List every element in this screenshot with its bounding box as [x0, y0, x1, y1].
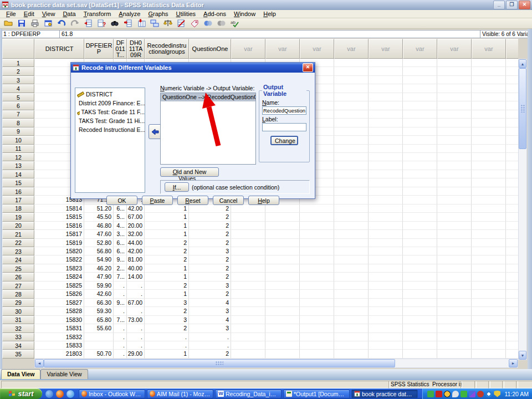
row-number[interactable]: 10 — [2, 136, 34, 144]
agent-icon[interactable] — [477, 391, 484, 397]
scroll-down-icon[interactable]: ▼ — [519, 351, 526, 360]
cell-df011t[interactable]: . — [114, 350, 127, 358]
column-header[interactable]: QuestionOne — [189, 39, 231, 59]
sync-icon[interactable] — [485, 391, 492, 397]
cell-questionone[interactable]: 2 — [189, 230, 231, 238]
value-labels-icon[interactable] — [188, 19, 200, 28]
label-field[interactable] — [262, 123, 306, 131]
row-number[interactable]: 6 — [2, 101, 34, 110]
cell-dh011ta09r[interactable]: 29.00 — [127, 350, 145, 358]
row-number[interactable]: 24 — [2, 255, 34, 264]
cell-district[interactable]: 15825 — [34, 282, 84, 290]
goto-case-icon[interactable] — [82, 19, 94, 28]
taskbar-button-inbox[interactable]: Inbox - Outlook Web ... — [79, 390, 145, 398]
cell-recodedinstructionalgroups[interactable]: . — [145, 341, 189, 350]
var-column-header[interactable]: var — [403, 39, 437, 59]
row-number[interactable]: 12 — [2, 153, 34, 161]
horizontal-scrollbar[interactable]: ◄ ► — [34, 359, 518, 368]
messenger-status-icon[interactable] — [452, 391, 459, 397]
cell-district[interactable]: 15833 — [34, 341, 84, 350]
cell-dpfeierp[interactable]: 59.30 — [84, 307, 114, 315]
cell-dh011ta09r[interactable]: 67.00 — [127, 213, 145, 221]
cancel-button[interactable]: Cancel — [213, 196, 244, 205]
var-column-header[interactable]: var — [369, 39, 403, 59]
cell-district[interactable]: 15814 — [34, 204, 84, 213]
row-number[interactable]: 19 — [2, 213, 34, 221]
spell-check-icon[interactable]: ab — [228, 19, 240, 28]
cell-recodedinstructionalgroups[interactable]: 3 — [145, 316, 189, 324]
cell-df011t[interactable]: 9... — [114, 255, 127, 264]
numeric-output-variable-list[interactable]: QuestionOne --> RecodedQuestionOne — [160, 93, 256, 165]
cell-dpfeierp[interactable]: 51.20 — [84, 204, 114, 213]
sync-ok-icon[interactable] — [461, 391, 467, 397]
cell-dh011ta09r[interactable]: 73.00 — [127, 316, 145, 324]
var-column-header[interactable]: var — [506, 39, 518, 59]
network-activity-icon[interactable] — [427, 391, 434, 397]
row-number[interactable]: 34 — [2, 341, 34, 350]
cell-questionone[interactable]: . — [189, 333, 231, 341]
cell-df011t[interactable]: 6... — [114, 204, 127, 213]
cell-df011t[interactable]: 3... — [114, 230, 127, 238]
cell-district[interactable]: 21803 — [34, 350, 84, 358]
cell-df011t[interactable]: 7... — [114, 316, 127, 324]
if-button[interactable]: If... — [165, 182, 189, 192]
row-number[interactable]: 15 — [2, 178, 34, 187]
cell-df011t[interactable]: 2... — [114, 264, 127, 273]
cell-questionone[interactable]: 4 — [189, 299, 231, 307]
row-number[interactable]: 7 — [2, 110, 34, 119]
cell-value-field[interactable]: 61.8 — [59, 30, 482, 38]
cell-df011t[interactable]: 6... — [114, 239, 127, 247]
cell-dpfeierp[interactable]: 65.80 — [84, 316, 114, 324]
tab-data-view[interactable]: Data View — [1, 369, 40, 379]
cell-district[interactable]: 15816 — [34, 222, 84, 230]
insert-case-icon[interactable] — [122, 19, 134, 28]
cell-dpfeierp[interactable]: 54.90 — [84, 255, 114, 264]
cell-df011t[interactable]: . — [114, 282, 127, 290]
column-header[interactable]: DH011TA09R — [127, 39, 145, 59]
cell-dh011ta09r[interactable]: . — [127, 324, 145, 332]
cell-dpfeierp[interactable]: 42.60 — [84, 290, 114, 298]
row-number[interactable]: 29 — [2, 299, 34, 307]
security-shield-icon[interactable] — [494, 391, 500, 397]
start-button[interactable]: start — [0, 388, 42, 399]
cell-recodedinstructionalgroups[interactable]: 2 — [145, 307, 189, 315]
cell-recodedinstructionalgroups[interactable]: 1 — [145, 204, 189, 213]
vertical-scrollbar-thumb[interactable] — [519, 68, 526, 149]
cell-dpfeierp[interactable] — [84, 341, 114, 350]
cell-df011t[interactable]: 4... — [114, 222, 127, 230]
cell-questionone[interactable]: 2 — [189, 350, 231, 358]
cell-df011t[interactable]: . — [114, 324, 127, 332]
menu-item[interactable]: Data — [59, 10, 79, 18]
row-number[interactable]: 27 — [2, 282, 34, 290]
help-button[interactable]: Help — [248, 196, 279, 205]
taskbar-button-book-practice[interactable]: book practice data se... — [351, 390, 418, 398]
cell-district[interactable]: 15817 — [34, 230, 84, 238]
cell-df011t[interactable]: 6... — [114, 247, 127, 255]
var-column-header[interactable]: var — [231, 39, 265, 59]
row-number[interactable]: 9 — [2, 127, 34, 136]
cell-dh011ta09r[interactable]: . — [127, 333, 145, 341]
cell-dh011ta09r[interactable]: 42.00 — [127, 204, 145, 213]
column-header[interactable]: DF011T... — [114, 39, 127, 59]
cell-recodedinstructionalgroups[interactable]: . — [145, 333, 189, 341]
reset-button[interactable]: Reset — [177, 196, 208, 205]
cell-questionone[interactable]: 2 — [189, 264, 231, 273]
row-number[interactable]: 8 — [2, 119, 34, 127]
cell-questionone[interactable]: 2 — [189, 255, 231, 264]
horizontal-scrollbar-thumb[interactable] — [44, 359, 395, 367]
cell-questionone[interactable]: 2 — [189, 204, 231, 213]
cell-district[interactable]: 15823 — [34, 264, 84, 273]
list-item[interactable]: Recoded Instructional E... — [75, 125, 145, 134]
recall-dialogs-icon[interactable] — [42, 19, 54, 28]
cell-dpfeierp[interactable]: 55.60 — [84, 324, 114, 332]
cell-district[interactable]: 15830 — [34, 316, 84, 324]
cell-dpfeierp[interactable]: 45.50 — [84, 213, 114, 221]
selected-mapping[interactable]: QuestionOne --> RecodedQuestionOne — [161, 93, 255, 101]
list-item[interactable]: DISTRICT — [75, 90, 145, 99]
row-number[interactable]: 14 — [2, 170, 34, 178]
cell-dpfeierp[interactable]: 46.80 — [84, 222, 114, 230]
vertical-scrollbar[interactable]: ▲ ▼ — [518, 59, 527, 360]
cell-recodedinstructionalgroups[interactable]: 2 — [145, 324, 189, 332]
row-number[interactable]: 13 — [2, 161, 34, 170]
cell-questionone[interactable]: 2 — [189, 273, 231, 281]
